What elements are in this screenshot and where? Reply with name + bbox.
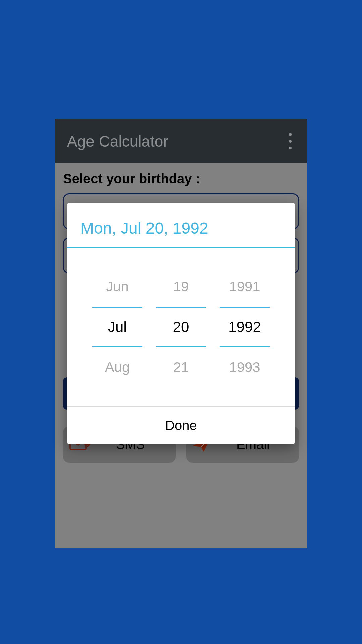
done-button[interactable]: Done [67,407,295,444]
date-picker-header: Mon, Jul 20, 1992 [67,203,295,247]
day-prev[interactable]: 19 [149,267,213,307]
month-next[interactable]: Aug [85,347,149,387]
year-selected[interactable]: 1992 [220,307,270,347]
day-selected[interactable]: 20 [156,307,206,347]
year-wheel[interactable]: 1991 1992 1993 [213,267,277,387]
month-selected[interactable]: Jul [92,307,142,347]
month-prev[interactable]: Jun [85,267,149,307]
day-wheel[interactable]: 19 20 21 [149,267,213,387]
day-next[interactable]: 21 [149,347,213,387]
month-wheel[interactable]: Jun Jul Aug [85,267,149,387]
year-next[interactable]: 1993 [213,347,277,387]
date-picker-dialog: Mon, Jul 20, 1992 Jun Jul Aug 19 20 21 1… [67,203,295,444]
picker-body: Jun Jul Aug 19 20 21 1991 1992 1993 [67,248,295,406]
year-prev[interactable]: 1991 [213,267,277,307]
app-window: Age Calculator Select your birthday : | … [55,119,307,548]
